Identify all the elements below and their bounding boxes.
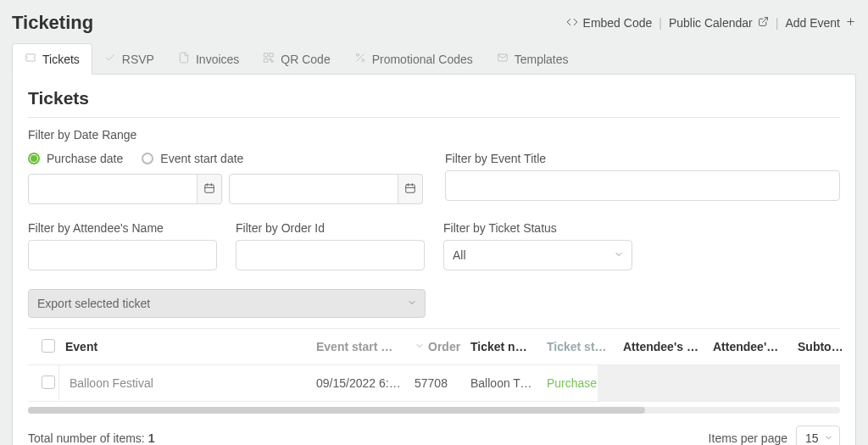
- date-from-wrap: [28, 174, 222, 204]
- tab-panel: Tickets Filter by Date Range Purchase da…: [12, 74, 856, 445]
- table-header: Event Event start date Order id Ticket n…: [28, 328, 840, 365]
- tab-invoices[interactable]: Invoices: [166, 43, 251, 75]
- embed-code-label: Embed Code: [583, 16, 653, 30]
- chevron-down-icon: [415, 340, 425, 353]
- svg-line-8: [357, 54, 364, 61]
- separator: |: [774, 16, 781, 30]
- ticket-status-select[interactable]: All: [443, 240, 632, 270]
- attendee-name-input[interactable]: [28, 240, 217, 270]
- items-per-page-select-wrap: 15: [796, 426, 840, 445]
- add-event-label: Add Event: [785, 16, 840, 30]
- ticket-status-filter: Filter by Ticket Status All: [443, 221, 632, 270]
- row-checkbox[interactable]: [42, 375, 55, 389]
- separator: |: [657, 16, 664, 30]
- order-id-input[interactable]: [236, 240, 425, 270]
- radio-label: Purchase date: [47, 152, 123, 165]
- th-attendee-name[interactable]: Attendee's name: [616, 340, 706, 353]
- radio-dot-inactive: [142, 153, 153, 164]
- date-from-input[interactable]: [28, 174, 198, 204]
- th-ticket-name[interactable]: Ticket name: [464, 340, 540, 353]
- total-items: Total number of items: 1: [28, 431, 154, 445]
- percent-icon: [354, 52, 366, 66]
- calendar-icon: [203, 182, 215, 197]
- th-event[interactable]: Event: [58, 340, 309, 353]
- export-wrap: Export selected ticket: [28, 289, 426, 318]
- date-to-picker[interactable]: [398, 174, 423, 204]
- svg-line-0: [762, 18, 767, 23]
- filter-row-2: Filter by Attendee's Name Filter by Orde…: [28, 221, 840, 270]
- th-subtotal[interactable]: Subtotal: [791, 340, 850, 353]
- table-footer: Total number of items: 1 Items per page …: [28, 426, 840, 445]
- svg-rect-4: [270, 53, 273, 57]
- file-icon: [178, 52, 190, 66]
- attendee-name-filter: Filter by Attendee's Name: [28, 221, 217, 270]
- ticket-icon: [25, 52, 36, 66]
- td-event: Balloon Festival: [58, 365, 309, 401]
- svg-rect-7: [272, 61, 274, 63]
- attendee-name-label: Filter by Attendee's Name: [28, 221, 217, 235]
- date-to-wrap: [229, 174, 423, 204]
- svg-rect-11: [498, 54, 507, 61]
- event-title-label: Filter by Event Title: [445, 152, 840, 165]
- radio-dot-active: [28, 153, 40, 164]
- items-per-page-select[interactable]: 15: [796, 426, 840, 445]
- radio-label: Event start date: [160, 152, 243, 165]
- tab-label: Promotional Codes: [372, 53, 473, 66]
- tab-qr-code[interactable]: QR Code: [251, 43, 342, 75]
- svg-rect-16: [406, 184, 415, 192]
- total-label: Total number of items:: [28, 431, 148, 445]
- page-root: Ticketing Embed Code | Public Calendar |…: [0, 0, 868, 445]
- export-select[interactable]: Export selected ticket: [28, 289, 426, 318]
- code-icon: [566, 16, 578, 31]
- th-attendee-email[interactable]: Attendee's email: [706, 340, 791, 353]
- date-from-picker[interactable]: [198, 174, 222, 204]
- items-per-page-label: Items per page: [709, 431, 787, 445]
- event-title-input[interactable]: [445, 170, 840, 201]
- add-event-button[interactable]: Add Event: [785, 16, 856, 30]
- public-calendar-link[interactable]: Public Calendar: [669, 16, 769, 30]
- svg-point-10: [361, 59, 364, 62]
- page-header: Ticketing Embed Code | Public Calendar |…: [12, 12, 856, 34]
- tab-promotional-codes[interactable]: Promotional Codes: [342, 43, 485, 75]
- mail-icon: [497, 52, 509, 66]
- calendar-icon: [404, 182, 416, 197]
- spacer-col: [651, 221, 840, 270]
- th-event-start[interactable]: Event start date: [309, 340, 408, 353]
- section-title: Tickets: [28, 88, 840, 118]
- qr-icon: [263, 52, 275, 66]
- header-actions: Embed Code | Public Calendar | Add Event: [566, 16, 856, 31]
- td-ticket-name: Balloon Ticket: [464, 376, 540, 390]
- page-title: Ticketing: [12, 12, 93, 34]
- horizontal-scrollbar[interactable]: [28, 407, 840, 414]
- embed-code-link[interactable]: Embed Code: [566, 16, 653, 31]
- scrollbar-thumb[interactable]: [28, 407, 645, 414]
- ticket-table: Event Event start date Order id Ticket n…: [28, 328, 840, 402]
- date-to-input[interactable]: [229, 174, 398, 204]
- items-per-page: Items per page 15: [709, 426, 840, 445]
- order-id-label: Filter by Order Id: [236, 221, 425, 235]
- td-event-start: 09/15/2022 6:00pm: [309, 376, 408, 390]
- ticket-status-select-wrap: All: [443, 240, 632, 270]
- tab-label: Invoices: [196, 53, 239, 66]
- td-checkbox: [28, 375, 58, 392]
- select-all-checkbox[interactable]: [42, 339, 55, 353]
- tab-templates[interactable]: Templates: [485, 43, 581, 75]
- event-title-filter: Filter by Event Title: [445, 128, 840, 201]
- tab-label: Tickets: [42, 53, 80, 66]
- th-ticket-status[interactable]: Ticket status: [540, 340, 616, 353]
- date-range-filter: Filter by Date Range Purchase date Event…: [28, 128, 423, 204]
- svg-rect-5: [264, 58, 268, 62]
- tab-rsvp[interactable]: RSVP: [92, 43, 166, 75]
- date-inputs: [28, 174, 423, 204]
- radio-event-start-date[interactable]: Event start date: [142, 152, 243, 165]
- check-icon: [104, 52, 116, 66]
- tab-label: Templates: [515, 53, 569, 66]
- total-count: 1: [148, 431, 155, 445]
- public-calendar-label: Public Calendar: [669, 16, 753, 30]
- th-order-id[interactable]: Order id: [408, 340, 464, 353]
- radio-purchase-date[interactable]: Purchase date: [28, 152, 123, 165]
- row-shade: [598, 365, 840, 401]
- tab-tickets[interactable]: Tickets: [12, 43, 92, 75]
- order-id-filter: Filter by Order Id: [236, 221, 425, 270]
- date-range-radios: Purchase date Event start date: [28, 152, 423, 165]
